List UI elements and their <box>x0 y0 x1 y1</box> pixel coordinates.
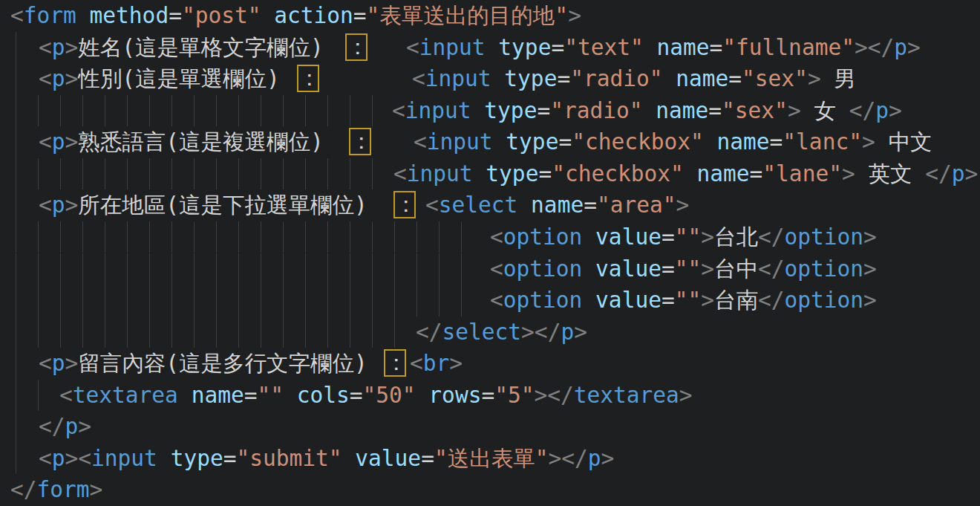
code-token: < <box>410 351 423 376</box>
indent-guide <box>149 285 150 317</box>
indent-guide <box>305 285 306 317</box>
code-token: </ <box>10 477 37 502</box>
code-token: > <box>568 3 581 28</box>
indent-guide <box>82 285 83 317</box>
indent-guide <box>60 95 61 127</box>
code-token: < <box>59 383 73 408</box>
indent-guide <box>327 221 328 253</box>
indent-guide <box>172 285 172 317</box>
indent-guide <box>350 317 350 348</box>
indent-guide <box>327 158 328 190</box>
code-line-3: <p>性別(這是單選欄位)：<input type="radio" name="… <box>0 63 980 95</box>
code-line-4: <input type="radio" name="sex"> 女 </p> <box>0 95 980 127</box>
indent-guide <box>60 285 61 317</box>
indent-guide <box>172 317 172 348</box>
code-token: = <box>538 161 552 186</box>
code-segment: </p> <box>39 411 91 443</box>
code-token: < <box>39 35 52 60</box>
indent-guide <box>38 221 39 253</box>
indent-guide <box>416 253 417 285</box>
indent-guide <box>416 285 417 317</box>
code-token: = <box>551 35 564 60</box>
indent-guide <box>38 285 39 317</box>
code-token: type <box>506 129 558 155</box>
code-token: = <box>750 161 763 186</box>
code-token <box>284 383 297 408</box>
code-token: < <box>393 161 407 186</box>
code-token: name <box>531 192 584 218</box>
indent-guide <box>261 285 261 317</box>
indent-guide <box>82 317 83 348</box>
indent-guide <box>127 221 128 253</box>
code-line-15: <p><input type="submit" value="送出表單"></p… <box>0 443 980 475</box>
code-token: = <box>662 224 675 250</box>
code-token: > <box>889 98 902 123</box>
indent-guide <box>105 158 105 190</box>
code-token <box>416 383 429 408</box>
indent-guide <box>194 317 195 348</box>
code-token: "lane" <box>762 161 842 186</box>
code-token: name <box>697 161 750 186</box>
unicode-highlight-box: ： <box>393 191 416 218</box>
code-token: < <box>10 3 24 28</box>
code-segment: <p><input type="submit" value="送出表單"></p… <box>39 443 614 475</box>
code-segment: <br> <box>410 348 463 380</box>
indent-guide <box>327 95 328 127</box>
code-token: > <box>90 477 103 502</box>
code-token: > <box>65 129 79 155</box>
code-token: option <box>503 256 583 282</box>
code-token: option <box>503 224 583 250</box>
code-token: > <box>676 192 690 218</box>
code-token: "" <box>257 383 284 408</box>
code-token: type <box>486 161 538 186</box>
indent-guide <box>372 285 373 317</box>
indent-guide <box>327 285 328 317</box>
code-token: </ <box>39 414 65 439</box>
code-token: = <box>708 98 722 123</box>
indent-guide <box>60 221 61 253</box>
code-token: "" <box>675 224 702 250</box>
indent-guide <box>372 221 373 253</box>
code-token: "表單送出的目的地" <box>367 3 569 28</box>
code-token: = <box>662 256 675 282</box>
code-token: = <box>557 66 570 91</box>
indent-guide <box>82 253 83 285</box>
code-token: type <box>498 35 551 60</box>
code-editor[interactable]: <form method="post" action="表單送出的目的地"><p… <box>0 0 980 506</box>
indent-guide <box>16 126 16 158</box>
indent-guide <box>216 158 217 190</box>
code-token: < <box>406 35 419 60</box>
code-token: ></ <box>534 383 573 408</box>
code-token: p <box>894 35 907 60</box>
indent-guide <box>261 221 261 253</box>
code-token: </ <box>416 320 442 345</box>
code-token: 台中 <box>714 256 758 282</box>
code-token: form <box>37 477 90 502</box>
indent-guide <box>283 285 284 317</box>
indent-guide <box>105 285 105 317</box>
indent-guide <box>149 221 150 253</box>
indent-guide <box>60 253 61 285</box>
code-token: > <box>78 414 91 439</box>
code-token: > <box>65 66 79 91</box>
indent-guide <box>372 253 373 285</box>
code-token: "submit" <box>236 446 342 471</box>
code-token: "text" <box>564 35 644 60</box>
code-segment: <input type="radio" name="sex"> 男 <box>412 63 856 95</box>
code-token: < <box>39 446 52 471</box>
indent-guide <box>127 95 128 127</box>
code-line-14: </p> <box>0 411 980 443</box>
indent-guide <box>16 95 16 127</box>
code-segment: <p>所在地區(這是下拉選單欄位) <box>39 189 368 221</box>
code-token: value <box>595 224 662 250</box>
indent-guide <box>283 317 284 348</box>
unicode-highlight-box: ： <box>384 349 406 377</box>
code-token: 男 <box>821 66 856 91</box>
code-token: > <box>808 66 821 91</box>
code-line-10: <option value="">台南</option> <box>0 285 980 317</box>
code-token: > <box>862 129 875 155</box>
code-token: p <box>65 414 79 439</box>
code-token: > <box>65 351 79 376</box>
indent-guide <box>105 317 105 348</box>
indent-guide <box>172 158 172 190</box>
